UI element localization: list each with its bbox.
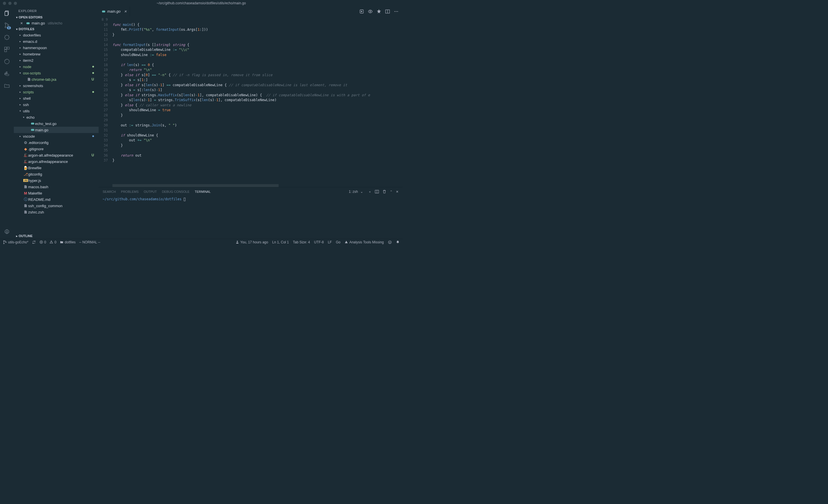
close-panel-icon[interactable]: ✕	[396, 190, 399, 194]
svg-point-26	[395, 11, 395, 12]
tree-item-label: hyper.js	[28, 178, 96, 183]
svg-point-2	[5, 23, 6, 24]
tree-item[interactable]: ▾utils	[14, 108, 98, 114]
git-blame[interactable]: You, 17 hours ago	[236, 240, 268, 244]
tree-item[interactable]: zshrc.zsh	[14, 209, 98, 215]
tree-item[interactable]: ▾osx-scripts	[14, 70, 98, 76]
open-editor-item[interactable]: ✕ main.go utils/echo	[14, 20, 98, 26]
tree-item[interactable]: main.go	[14, 127, 98, 133]
feedback-icon[interactable]	[388, 240, 392, 244]
project-icon[interactable]	[3, 82, 10, 89]
svg-rect-6	[5, 47, 7, 49]
tree-item[interactable]: ▸shell	[14, 95, 98, 101]
close-tab-icon[interactable]: ✕	[124, 9, 127, 13]
scm-icon[interactable]: 6	[3, 22, 10, 29]
tree-item[interactable]: ▸iterm2	[14, 57, 98, 63]
editor-body[interactable]: 8 9 10 11 12 13 14 15 16 17 18 19 20 21 …	[98, 16, 403, 184]
file-icon	[30, 128, 35, 132]
terminal-selector[interactable]: 1: zsh ⌄	[349, 190, 363, 194]
tree-item[interactable]: ▸homebrew	[14, 51, 98, 57]
close-icon[interactable]: ✕	[20, 21, 24, 25]
more-actions-icon[interactable]	[394, 9, 399, 14]
preview-icon[interactable]	[368, 9, 373, 14]
tree-item-label: ssh_config_common	[28, 204, 96, 208]
tree-item[interactable]: JShyper.js	[14, 177, 98, 184]
tree-item[interactable]: ▸screenshots	[14, 83, 98, 89]
chevron-icon: ▸	[19, 40, 23, 43]
outline-header[interactable]: ▸ OUTLINE	[14, 233, 98, 239]
git-status-dot	[92, 66, 94, 67]
encoding[interactable]: UTF-8	[314, 240, 324, 244]
debug-icon[interactable]	[3, 34, 10, 41]
folder-indicator[interactable]: dotfiles	[60, 240, 76, 244]
tree-item[interactable]: ⎇gitconfig	[14, 171, 98, 177]
horizontal-scrollbar[interactable]	[113, 184, 368, 187]
chevron-icon: ▸	[19, 53, 23, 55]
tree-item[interactable]: ssh_config_common	[14, 202, 98, 209]
maximize-panel-icon[interactable]: ⌃	[390, 190, 392, 194]
tree-item[interactable]: 🎩argon-alt.alfredappearanceU	[14, 152, 98, 158]
warnings-count[interactable]: 0	[49, 240, 56, 244]
tree-item-label: Brewfile	[28, 166, 96, 170]
chevron-icon: ▾	[23, 116, 27, 119]
git-branch[interactable]: utils-goEcho*	[3, 240, 29, 244]
tab-size[interactable]: Tab Size: 4	[293, 240, 310, 244]
tree-item[interactable]: macos.bash	[14, 184, 98, 190]
tree-item[interactable]: 🎩argon.alfredappearance	[14, 158, 98, 165]
tree-item-label: shell	[23, 96, 96, 101]
tree-item[interactable]: ◆.gitignore	[14, 146, 98, 152]
tree-item[interactable]: ▸emacs.d	[14, 38, 98, 45]
tree-item[interactable]: MMakefile	[14, 190, 98, 196]
tree-item[interactable]: ⚙.editorconfig	[14, 139, 98, 146]
panel-tab-problems[interactable]: PROBLEMS	[121, 190, 138, 193]
fill-struct-icon[interactable]	[377, 9, 381, 14]
sync-button[interactable]	[32, 240, 36, 244]
tree-item[interactable]: echo_test.go	[14, 121, 98, 127]
scrollbar-thumb[interactable]	[113, 184, 279, 187]
analysis-warning[interactable]: Analysis Tools Missing	[344, 240, 384, 244]
tree-item[interactable]: ▸dockerfiles	[14, 32, 98, 38]
svg-rect-12	[6, 72, 7, 73]
extensions-icon[interactable]	[3, 46, 10, 53]
go-to-symbol-icon[interactable]	[359, 9, 364, 14]
panel-tab-debug[interactable]: DEBUG CONSOLE	[162, 190, 190, 193]
split-terminal-icon[interactable]	[375, 190, 379, 194]
kill-terminal-icon[interactable]	[382, 190, 386, 194]
split-editor-icon[interactable]	[385, 9, 390, 14]
chevron-down-icon: ▾	[16, 28, 17, 31]
panel-tab-output[interactable]: OUTPUT	[144, 190, 157, 193]
minimap[interactable]	[370, 17, 401, 52]
cursor-position[interactable]: Ln 1, Col 1	[272, 240, 289, 244]
tree-item[interactable]: ▸vscode	[14, 133, 98, 139]
docker-icon[interactable]	[3, 70, 10, 77]
tree-item[interactable]: ▾echo	[14, 114, 98, 121]
notifications-icon[interactable]	[396, 240, 400, 244]
panel-tab-terminal[interactable]: TERMINAL	[195, 190, 211, 193]
tree-item[interactable]: ⓘREADME.md	[14, 196, 98, 202]
minimize-window-button[interactable]	[8, 2, 11, 5]
zoom-window-button[interactable]	[14, 2, 17, 5]
explorer-icon[interactable]	[3, 10, 10, 17]
tree-item[interactable]: ▸scripts	[14, 89, 98, 95]
terminal[interactable]: ~/src/github.com/chaseadamsio/dotfiles	[98, 196, 403, 239]
workspace-header[interactable]: ▾ DOTFILES	[14, 26, 98, 32]
settings-gear-icon[interactable]	[3, 228, 10, 235]
titlebar: ~/src/github.com/chaseadamsio/dotfiles/u…	[0, 0, 403, 6]
new-terminal-icon[interactable]: ＋	[368, 190, 371, 194]
chevron-icon: ▸	[19, 46, 23, 49]
language-mode[interactable]: Go	[336, 240, 340, 244]
tab-main-go[interactable]: main.go ✕	[98, 6, 130, 16]
tree-item-label: README.md	[28, 197, 96, 202]
tree-item[interactable]: chrome-tab.jxaU	[14, 76, 98, 83]
tree-item[interactable]: 🍺Brewfile	[14, 165, 98, 171]
errors-count[interactable]: 0	[39, 240, 46, 244]
code-area[interactable]: func main() { fmt.Printf("%s", formatInp…	[113, 16, 403, 184]
eol[interactable]: LF	[328, 240, 332, 244]
close-window-button[interactable]	[3, 2, 6, 5]
panel-tab-search[interactable]: SEARCH	[102, 190, 116, 193]
tree-item[interactable]: ▸ssh	[14, 101, 98, 108]
open-editors-header[interactable]: ▾ OPEN EDITORS	[14, 14, 98, 20]
tree-item[interactable]: ▸hammerspoon	[14, 45, 98, 51]
tree-item[interactable]: ▸node	[14, 63, 98, 70]
run-icon[interactable]	[3, 58, 10, 65]
